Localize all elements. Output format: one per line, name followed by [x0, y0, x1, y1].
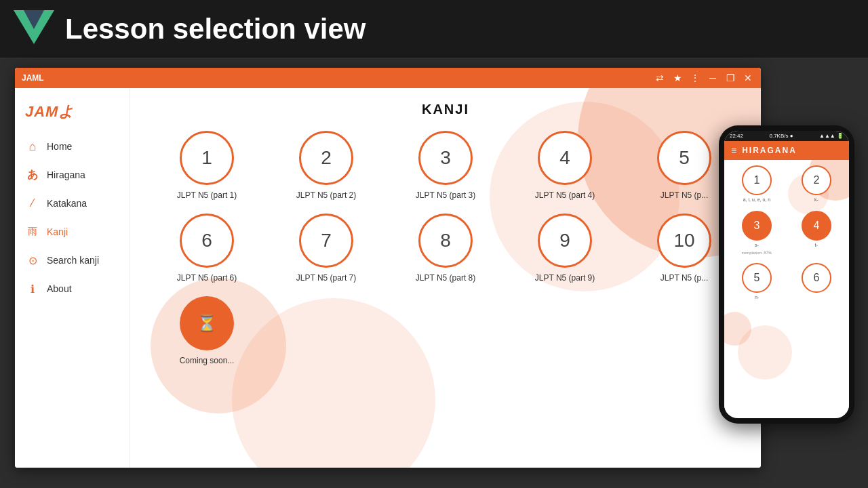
phone-lesson-1[interactable]: 1 a, i, u, e, o, n — [731, 165, 783, 203]
lesson-circle-7[interactable]: 7 — [299, 214, 353, 268]
phone-content: 1 a, i, u, e, o, n 2 k- 3 s- — [724, 160, 849, 413]
title-bar: JAML ⇄ ★ ⋮ ─ ❐ ✕ — [15, 68, 761, 88]
phone-lesson-circle-2[interactable]: 2 — [802, 165, 831, 195]
lesson-circle-9[interactable]: 9 — [538, 214, 592, 268]
phone-lesson-circle-5[interactable]: 5 — [742, 263, 772, 293]
lesson-item-9[interactable]: 9 JLPT N5 (part 9) — [509, 214, 621, 283]
close-btn[interactable]: ✕ — [742, 72, 754, 84]
phone-lesson-label-2: k- — [814, 197, 818, 203]
lesson-circle-8[interactable]: 8 — [418, 214, 473, 268]
lesson-label-4: JLPT N5 (part 4) — [535, 190, 595, 200]
phone-lesson-label-5: n- — [755, 295, 759, 300]
lesson-item-2[interactable]: 2 JLPT N5 (part 2) — [270, 131, 382, 200]
more-btn[interactable]: ⋮ — [689, 72, 701, 84]
content-title: KANJI — [151, 102, 741, 117]
phone-lessons: 1 a, i, u, e, o, n 2 k- 3 s- — [724, 160, 849, 306]
restore-btn[interactable]: ❐ — [724, 72, 736, 84]
lesson-circle-5[interactable]: 5 — [657, 131, 711, 185]
sidebar-item-hiragana[interactable]: あ Hiragana — [15, 161, 130, 189]
lesson-label-7: JLPT N5 (part 7) — [296, 273, 356, 283]
lesson-item-7[interactable]: 7 JLPT N5 (part 7) — [270, 214, 382, 283]
phone-app-bar: ≡ HIRAGANA — [724, 141, 849, 160]
phone-lesson-circle-3[interactable]: 3 — [742, 211, 772, 241]
header-bar: Lesson selection view — [0, 0, 868, 58]
phone-lesson-3[interactable]: 3 s- completion: 87% — [731, 211, 783, 254]
sidebar-label-home: Home — [47, 141, 72, 152]
lesson-label-6: JLPT N5 (part 6) — [177, 273, 237, 283]
phone-lesson-label-1: a, i, u, e, o, n — [743, 197, 770, 203]
app-name: JAML — [22, 73, 44, 83]
katakana-icon: ∕ — [25, 196, 40, 211]
lesson-label-10: JLPT N5 (p... — [660, 273, 708, 283]
phone-mockup: 22:42 0.7KB/s ● ▲▲▲ 🔋 ≡ HIRAGANA 1 a, i,… — [719, 125, 854, 424]
sidebar-label-katakana: Katakana — [47, 198, 87, 209]
phone-status-info: 0.7KB/s ● — [769, 133, 793, 139]
lesson-label-5: JLPT N5 (p... — [660, 190, 708, 200]
sidebar-item-kanji[interactable]: 雨 Kanji — [15, 218, 130, 246]
phone-screen: 22:42 0.7KB/s ● ▲▲▲ 🔋 ≡ HIRAGANA 1 a, i,… — [724, 131, 849, 418]
phone-signal: ▲▲▲ 🔋 — [819, 133, 844, 139]
sidebar-label-about: About — [47, 283, 72, 294]
about-icon: ℹ — [25, 281, 40, 296]
phone-lesson-2[interactable]: 2 k- — [791, 165, 842, 203]
sidebar-item-search-kanji[interactable]: ⊙ Search kanji — [15, 246, 130, 274]
phone-lesson-4[interactable]: 4 t- — [791, 211, 842, 254]
sidebar-item-katakana[interactable]: ∕ Katakana — [15, 189, 130, 218]
coming-soon-label: Coming soon... — [180, 356, 235, 365]
phone-lesson-label-3: s- — [755, 243, 759, 248]
lesson-item-4[interactable]: 4 JLPT N5 (part 4) — [509, 131, 621, 200]
vuetify-logo — [14, 10, 54, 47]
phone-menu-icon[interactable]: ≡ — [731, 145, 736, 156]
app-body: JAMよ ⌂ Home あ Hiragana ∕ Katakana 雨 Kanj… — [15, 88, 761, 468]
star-btn[interactable]: ★ — [671, 72, 684, 84]
phone-lesson-label-4: t- — [815, 243, 818, 248]
phone-lesson-5[interactable]: 5 n- — [731, 263, 783, 300]
sidebar-item-about[interactable]: ℹ About — [15, 274, 130, 303]
lesson-label-3: JLPT N5 (part 3) — [416, 190, 475, 200]
phone-lesson-6[interactable]: 6 — [791, 263, 842, 300]
kanji-icon: 雨 — [25, 224, 40, 239]
lesson-circle-1[interactable]: 1 — [180, 131, 234, 185]
sidebar: JAMよ ⌂ Home あ Hiragana ∕ Katakana 雨 Kanj… — [15, 88, 130, 468]
minimize-btn[interactable]: ─ — [707, 72, 719, 84]
app-window: JAML ⇄ ★ ⋮ ─ ❐ ✕ JAMよ ⌂ Home あ Hiragana … — [15, 68, 761, 468]
sidebar-label-search: Search kanji — [47, 255, 99, 266]
lesson-circle-2[interactable]: 2 — [299, 131, 353, 185]
phone-blob-4 — [738, 325, 792, 380]
sidebar-item-home[interactable]: ⌂ Home — [15, 132, 130, 161]
lesson-item-coming-soon: ⏳ Coming soon... — [151, 296, 263, 365]
lesson-item-1[interactable]: 1 JLPT N5 (part 1) — [151, 131, 263, 200]
header-title: Lesson selection view — [65, 13, 366, 45]
lesson-circle-6[interactable]: 6 — [180, 214, 234, 268]
lesson-item-6[interactable]: 6 JLPT N5 (part 6) — [151, 214, 263, 283]
translate-btn[interactable]: ⇄ — [654, 72, 666, 84]
lesson-circle-4[interactable]: 4 — [538, 131, 592, 185]
phone-lesson-circle-1[interactable]: 1 — [742, 165, 772, 195]
lesson-circle-3[interactable]: 3 — [418, 131, 473, 185]
phone-lesson-circle-4[interactable]: 4 — [802, 211, 831, 241]
phone-lesson-circle-6[interactable]: 6 — [802, 263, 831, 293]
lesson-label-2: JLPT N5 (part 2) — [296, 190, 356, 200]
main-content: KANJI 1 JLPT N5 (part 1) 2 JLPT — [130, 88, 761, 468]
phone-lesson-sub-3: completion: 87% — [742, 251, 772, 255]
phone-status-bar: 22:42 0.7KB/s ● ▲▲▲ 🔋 — [724, 131, 849, 141]
lessons-grid: 1 JLPT N5 (part 1) 2 JLPT N5 (part 2) — [151, 131, 741, 365]
sidebar-label-hiragana: Hiragana — [47, 169, 85, 180]
search-icon: ⊙ — [25, 253, 40, 268]
phone-app-title: HIRAGANA — [742, 146, 797, 155]
hiragana-icon: あ — [25, 167, 40, 182]
lesson-item-3[interactable]: 3 JLPT N5 (part 3) — [389, 131, 502, 200]
lesson-label-1: JLPT N5 (part 1) — [177, 190, 237, 200]
sidebar-logo: JAMよ — [15, 95, 130, 132]
home-icon: ⌂ — [25, 139, 40, 154]
content-area: KANJI 1 JLPT N5 (part 1) 2 JLPT — [130, 88, 761, 379]
sidebar-label-kanji: Kanji — [47, 226, 68, 237]
lesson-circle-10[interactable]: 10 — [657, 214, 711, 268]
window-controls: ⇄ ★ ⋮ ─ ❐ ✕ — [654, 72, 754, 84]
lesson-label-8: JLPT N5 (part 8) — [416, 273, 475, 283]
lesson-item-8[interactable]: 8 JLPT N5 (part 8) — [389, 214, 502, 283]
phone-time: 22:42 — [730, 133, 743, 139]
lesson-label-9: JLPT N5 (part 9) — [535, 273, 595, 283]
coming-soon-circle: ⏳ — [180, 296, 234, 350]
